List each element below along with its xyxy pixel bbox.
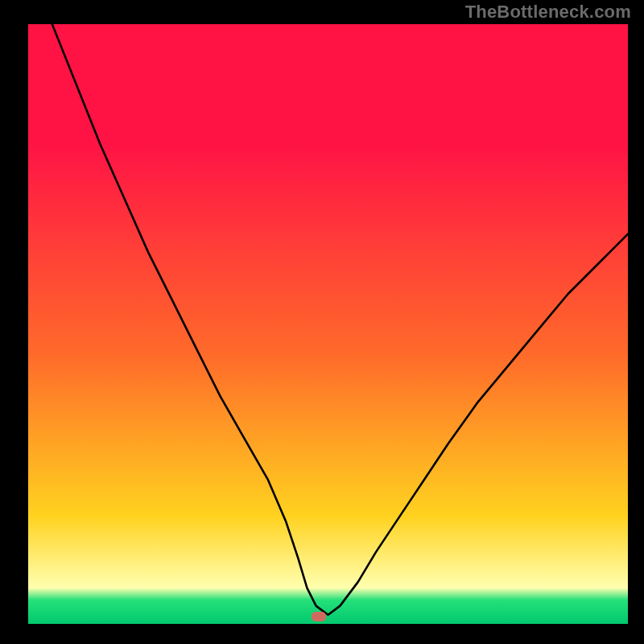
plot-area bbox=[28, 24, 628, 624]
plot-svg bbox=[28, 24, 628, 624]
watermark-text: TheBottleneck.com bbox=[465, 2, 631, 23]
gradient-background bbox=[28, 24, 628, 624]
chart-frame: TheBottleneck.com bbox=[0, 0, 644, 644]
optimal-point-marker bbox=[312, 612, 326, 621]
